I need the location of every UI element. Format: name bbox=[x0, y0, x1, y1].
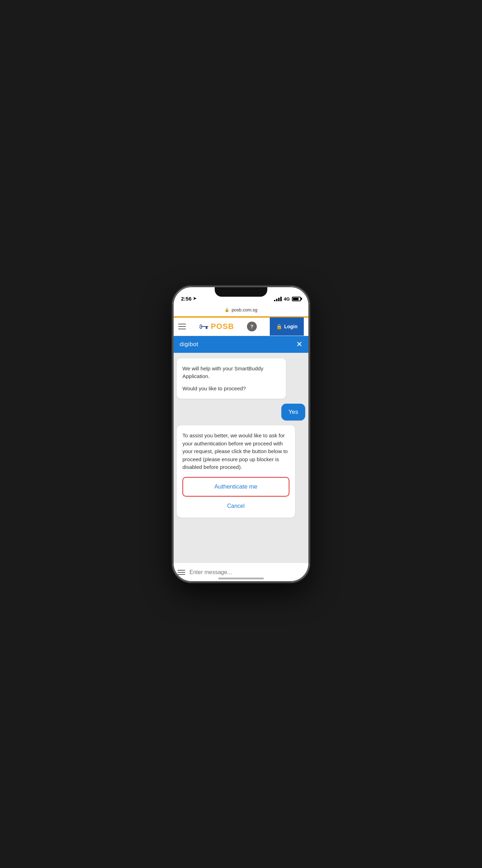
input-menu-line-1 bbox=[178, 570, 185, 571]
login-button[interactable]: 🔒 Login bbox=[270, 317, 304, 336]
digibot-header: digibot ✕ bbox=[173, 336, 309, 353]
signal-bar-1 bbox=[274, 300, 275, 301]
status-time: 2:56 ➤ bbox=[181, 296, 196, 302]
header-right: ? bbox=[247, 322, 257, 331]
message-input[interactable] bbox=[189, 569, 304, 576]
input-menu-icon[interactable] bbox=[178, 570, 185, 575]
network-type: 4G bbox=[284, 296, 290, 302]
login-lock-icon: 🔒 bbox=[276, 324, 282, 329]
menu-line-3 bbox=[178, 329, 186, 329]
app-header: 🗝 POSB ? 🔒 Login bbox=[173, 318, 309, 336]
digibot-close-button[interactable]: ✕ bbox=[296, 340, 302, 349]
url-bar[interactable]: 🔒 posb.com.sg bbox=[173, 304, 309, 316]
location-icon: ➤ bbox=[193, 296, 196, 301]
bot-msg1-p2: Would you like to proceed? bbox=[182, 385, 280, 393]
signal-bar-2 bbox=[276, 299, 277, 301]
phone-screen: 2:56 ➤ 4G 🔒 bbox=[173, 286, 309, 582]
input-menu-line-3 bbox=[178, 574, 185, 575]
help-button[interactable]: ? bbox=[247, 322, 257, 331]
digibot-title: digibot bbox=[180, 341, 199, 348]
hamburger-menu[interactable] bbox=[178, 324, 186, 329]
posb-text: POSB bbox=[211, 322, 234, 331]
user-reply-text: Yes bbox=[288, 409, 298, 415]
authenticate-me-button[interactable]: Authenticate me bbox=[182, 477, 289, 497]
signal-bar-4 bbox=[280, 297, 282, 301]
posb-key-icon: 🗝 bbox=[199, 321, 209, 332]
login-label: Login bbox=[284, 324, 297, 329]
signal-bar-3 bbox=[278, 298, 280, 301]
bot-message-1: We will help with your SmartBuddy Applic… bbox=[177, 358, 286, 399]
auth-bubble: To assist you better, we would like to a… bbox=[177, 425, 295, 518]
url-text: posb.com.sg bbox=[232, 307, 257, 312]
menu-line-2 bbox=[178, 326, 186, 327]
signal-bars bbox=[274, 297, 282, 301]
battery-fill bbox=[293, 298, 299, 300]
home-indicator bbox=[218, 578, 264, 579]
status-right: 4G bbox=[274, 296, 301, 302]
lock-icon: 🔒 bbox=[225, 308, 229, 312]
auth-message-text: To assist you better, we would like to a… bbox=[182, 432, 289, 471]
input-menu-line-2 bbox=[178, 572, 185, 573]
menu-line-1 bbox=[178, 324, 186, 324]
chat-area: We will help with your SmartBuddy Applic… bbox=[173, 353, 309, 563]
battery-icon bbox=[292, 297, 301, 301]
notch bbox=[215, 286, 267, 297]
user-reply-bubble: Yes bbox=[281, 404, 305, 420]
posb-logo: 🗝 POSB bbox=[199, 321, 234, 332]
bot-msg1-p1: We will help with your SmartBuddy Applic… bbox=[182, 365, 280, 381]
phone-frame: 2:56 ➤ 4G 🔒 bbox=[173, 286, 309, 582]
time-display: 2:56 bbox=[181, 296, 192, 302]
chat-wrapper: We will help with your SmartBuddy Applic… bbox=[173, 353, 309, 582]
cancel-button[interactable]: Cancel bbox=[182, 501, 289, 511]
